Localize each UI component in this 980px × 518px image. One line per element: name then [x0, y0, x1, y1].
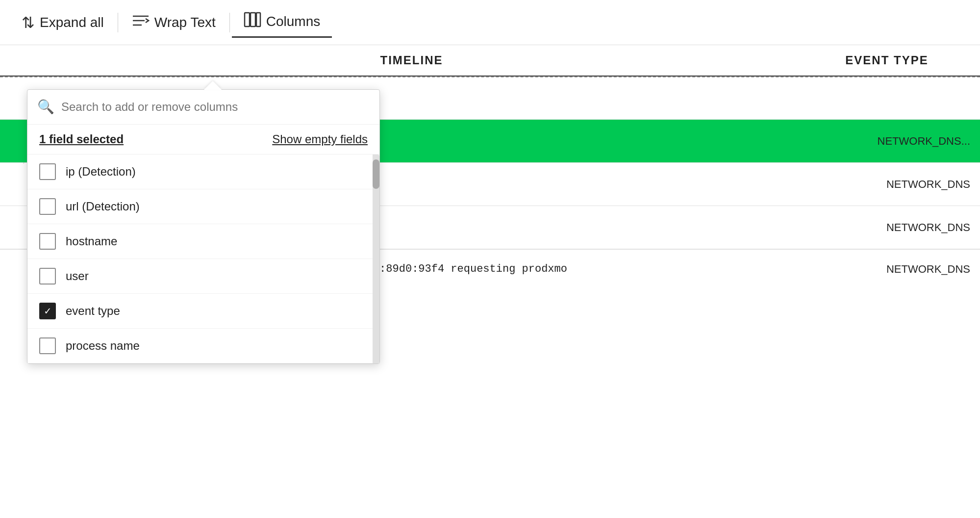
event-type-checkbox[interactable]	[39, 303, 56, 319]
row-event-type-3: NETWORK_DNS	[794, 178, 980, 191]
wrap-text-label: Wrap Text	[154, 15, 216, 30]
bottom-row-event-type: NETWORK_DNS	[794, 263, 980, 276]
svg-rect-5	[256, 13, 260, 26]
list-item[interactable]: user	[27, 259, 373, 294]
col-event-type-header: EVENT TYPE	[794, 53, 980, 67]
wrap-text-button[interactable]: Wrap Text	[120, 8, 227, 36]
columns-dropdown: 🔍 1 field selected Show empty fields ip …	[27, 89, 380, 364]
columns-button[interactable]: Columns	[232, 7, 332, 38]
show-empty-fields-link[interactable]: Show empty fields	[272, 132, 368, 146]
field-selected-count: 1 field selected	[39, 132, 124, 146]
ip-label: ip (Detection)	[66, 165, 136, 179]
field-status-row: 1 field selected Show empty fields	[27, 125, 379, 155]
url-label: url (Detection)	[66, 200, 140, 213]
list-item[interactable]: process name	[27, 329, 373, 363]
list-item[interactable]: url (Detection)	[27, 189, 373, 224]
search-bar: 🔍	[27, 90, 379, 125]
dropdown-scrollbar[interactable]	[373, 155, 379, 363]
dropdown-list: ip (Detection) url (Detection) hostname …	[27, 155, 373, 363]
table-header: TIMELINE EVENT TYPE	[0, 45, 980, 77]
main-content: 🔍 TIMELINE EVENT TYPE xx21920108cc--a1-c…	[0, 45, 980, 518]
dropdown-arrow	[204, 81, 222, 90]
search-icon: 🔍	[37, 99, 54, 115]
ip-checkbox[interactable]	[39, 163, 56, 180]
expand-all-icon: ⇅	[22, 13, 35, 32]
list-item[interactable]: ip (Detection)	[27, 155, 373, 189]
process-name-label: process name	[66, 339, 140, 353]
user-label: user	[66, 269, 89, 283]
hostname-checkbox[interactable]	[39, 233, 56, 250]
wrap-text-icon	[132, 13, 150, 31]
toolbar-divider-1	[118, 13, 118, 32]
dropdown-body: ip (Detection) url (Detection) hostname …	[27, 155, 379, 363]
search-input[interactable]	[61, 100, 370, 114]
columns-label: Columns	[266, 14, 320, 29]
process-name-checkbox[interactable]	[39, 337, 56, 354]
columns-icon	[244, 12, 261, 31]
hostname-label: hostname	[66, 234, 117, 248]
row-event-type-2: NETWORK_DNS...	[794, 135, 980, 148]
svg-rect-3	[245, 13, 250, 26]
event-type-label: event type	[66, 304, 120, 318]
scrollbar-thumb[interactable]	[373, 159, 379, 189]
col-timeline-header: TIMELINE	[29, 53, 794, 67]
toolbar-divider-2	[229, 13, 230, 32]
list-item[interactable]: event type	[27, 294, 373, 329]
toolbar: ⇅ Expand all Wrap Text Columns	[0, 0, 980, 45]
svg-rect-4	[251, 13, 255, 26]
expand-all-label: Expand all	[40, 15, 104, 30]
list-item[interactable]: hostname	[27, 224, 373, 259]
user-checkbox[interactable]	[39, 268, 56, 285]
row-event-type-4: NETWORK_DNS	[794, 221, 980, 234]
expand-all-button[interactable]: ⇅ Expand all	[10, 8, 116, 37]
url-checkbox[interactable]	[39, 198, 56, 215]
